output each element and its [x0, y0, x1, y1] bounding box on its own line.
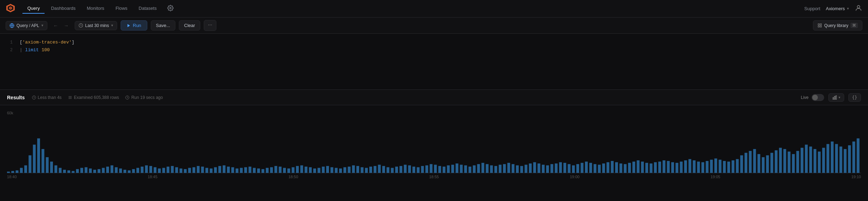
svg-rect-111	[378, 165, 381, 173]
app-logo[interactable]	[6, 3, 15, 14]
globe-icon	[9, 23, 14, 28]
svg-rect-97	[317, 168, 320, 173]
run-button[interactable]: Run	[121, 20, 147, 31]
breadcrumb-chevron-icon: ▾	[41, 23, 43, 28]
svg-rect-60	[158, 168, 161, 173]
svg-rect-131	[464, 165, 467, 173]
svg-rect-39	[67, 170, 70, 173]
breadcrumb[interactable]: Query / APL ▾	[6, 21, 47, 30]
support-link[interactable]: Support	[804, 6, 820, 11]
nav-tabs: Query Dashboards Monitors Flows Datasets	[22, 4, 804, 14]
svg-rect-79	[240, 168, 243, 173]
svg-rect-153	[559, 162, 562, 173]
svg-rect-43	[85, 167, 87, 173]
svg-rect-167	[619, 163, 622, 173]
code-editor[interactable]: 1 ['axiom-traces-dev'] 2 | limit 100	[0, 34, 868, 90]
back-button[interactable]: ←	[51, 21, 61, 31]
live-toggle[interactable]: Live	[801, 94, 824, 101]
svg-rect-171	[637, 160, 640, 173]
svg-rect-199	[758, 154, 760, 173]
nav-arrows: ← →	[51, 21, 71, 31]
svg-rect-142	[512, 164, 514, 173]
rows-icon	[68, 95, 72, 100]
svg-marker-8	[127, 24, 130, 27]
run-clock-icon	[125, 95, 129, 100]
svg-rect-22	[834, 96, 835, 99]
chart-svg	[7, 110, 861, 173]
svg-rect-136	[486, 164, 489, 173]
svg-rect-32	[37, 138, 40, 173]
svg-rect-176	[658, 162, 661, 173]
json-view-button[interactable]: {}	[848, 93, 861, 102]
nav-tab-monitors[interactable]: Monitors	[82, 4, 109, 14]
timer-icon	[32, 95, 36, 100]
svg-rect-210	[805, 145, 808, 173]
svg-rect-212	[814, 149, 816, 173]
svg-rect-184	[693, 160, 695, 173]
svg-rect-66	[184, 169, 187, 173]
svg-rect-96	[313, 168, 316, 173]
meta-rows-text: Examined 605,388 rows	[74, 95, 119, 100]
svg-rect-14	[820, 26, 822, 27]
nav-tab-datasets[interactable]: Datasets	[134, 4, 161, 14]
svg-rect-198	[753, 149, 756, 173]
svg-rect-123	[430, 164, 432, 173]
svg-rect-34	[46, 157, 49, 173]
svg-rect-33	[41, 149, 44, 173]
bar-chart	[7, 110, 861, 173]
svg-rect-140	[503, 164, 506, 173]
svg-rect-83	[257, 168, 260, 173]
nav-tab-dashboards[interactable]: Dashboards	[46, 4, 80, 14]
chart-x-labels: 18:40 18:45 18:50 18:55 19:00 19:05 19:1…	[7, 173, 861, 180]
svg-rect-125	[438, 166, 441, 173]
x-label-6: 19:10	[851, 175, 861, 179]
svg-rect-117	[404, 165, 406, 173]
svg-rect-44	[89, 168, 92, 173]
svg-rect-158	[581, 163, 584, 173]
svg-point-9	[208, 25, 209, 25]
live-toggle-track[interactable]	[812, 94, 824, 101]
live-toggle-thumb	[812, 95, 818, 100]
nav-tab-query[interactable]: Query	[22, 4, 45, 14]
svg-rect-29	[24, 165, 27, 173]
svg-rect-150	[546, 165, 549, 173]
user-menu[interactable]: Axiomers ▾	[826, 6, 849, 11]
chart-view-button[interactable]: ▾	[828, 93, 844, 102]
svg-rect-98	[322, 167, 325, 173]
nav-tab-flows[interactable]: Flows	[110, 4, 132, 14]
svg-rect-104	[348, 167, 351, 173]
user-avatar[interactable]	[855, 4, 862, 13]
svg-rect-55	[136, 168, 139, 173]
time-range-selector[interactable]: Last 30 mins ▾	[75, 21, 117, 30]
svg-rect-36	[54, 165, 57, 173]
line-number-2: 2	[6, 46, 13, 54]
line-number-1: 1	[6, 39, 13, 46]
svg-rect-85	[266, 168, 269, 173]
more-options-button[interactable]	[204, 20, 216, 31]
svg-rect-128	[451, 165, 454, 173]
query-library-button[interactable]: Query library ⌘	[813, 20, 862, 31]
axiom-logo-icon	[6, 3, 15, 13]
svg-rect-203	[775, 150, 778, 173]
svg-rect-68	[193, 167, 195, 173]
svg-rect-48	[106, 167, 109, 173]
meta-duration: Less than 4s	[32, 95, 62, 100]
save-button[interactable]: Save...	[151, 20, 175, 31]
forward-button[interactable]: →	[61, 21, 71, 31]
svg-rect-132	[469, 167, 471, 173]
svg-rect-103	[343, 167, 346, 173]
svg-rect-38	[63, 170, 66, 173]
settings-icon[interactable]	[166, 4, 175, 14]
svg-rect-114	[391, 168, 394, 173]
results-header: Results Less than 4s Examined 605,388 ro…	[0, 90, 868, 105]
svg-rect-202	[771, 153, 773, 173]
svg-rect-200	[762, 157, 765, 173]
svg-rect-175	[654, 162, 657, 173]
svg-rect-179	[671, 162, 674, 173]
svg-rect-185	[697, 162, 700, 173]
clear-button[interactable]: Clear	[179, 20, 200, 31]
svg-rect-188	[710, 160, 713, 173]
svg-rect-75	[223, 165, 226, 173]
code-line-2: | limit 100	[20, 46, 50, 54]
svg-rect-121	[421, 166, 424, 173]
